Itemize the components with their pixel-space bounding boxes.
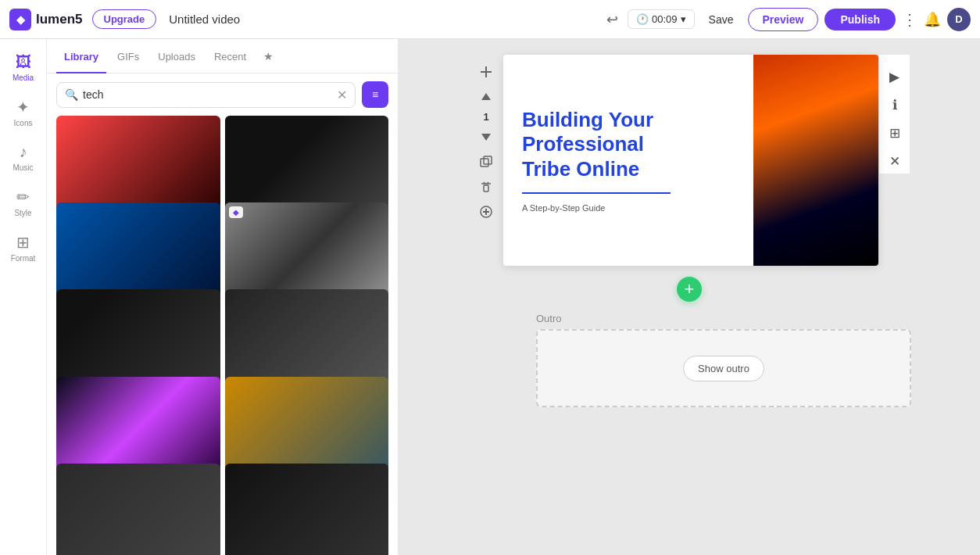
tab-recent[interactable]: Recent xyxy=(206,40,254,73)
duration-button[interactable]: 🕐 00:09 ▾ xyxy=(628,9,695,29)
save-button[interactable]: Save xyxy=(701,10,742,29)
logo: ◆ lumen5 xyxy=(9,9,83,30)
upgrade-button[interactable]: Upgrade xyxy=(92,9,157,29)
list-item[interactable] xyxy=(56,464,220,555)
avatar: D xyxy=(947,8,971,31)
logo-icon: ◆ xyxy=(9,9,31,30)
search-icon: 🔍 xyxy=(65,88,78,101)
close-tool-button[interactable]: ✕ xyxy=(882,149,907,174)
filter-button[interactable]: ≡ xyxy=(362,81,388,108)
filter-icon: ≡ xyxy=(372,88,378,101)
svg-marker-2 xyxy=(481,93,491,100)
svg-rect-11 xyxy=(483,211,489,213)
slide-background-image xyxy=(753,55,878,266)
preview-button[interactable]: Preview xyxy=(748,8,819,31)
move-slide-up-button[interactable] xyxy=(475,86,497,108)
icon-sidebar: 🖼 Media ✦ Icons ♪ Music ✏ Style ⊞ Format xyxy=(0,39,47,555)
svg-marker-3 xyxy=(481,134,491,141)
show-outro-button[interactable]: Show outro xyxy=(683,356,764,381)
sidebar-item-style[interactable]: ✏ Style xyxy=(0,180,46,225)
video-title: Untitled video xyxy=(169,13,594,26)
undo-button[interactable]: ↩ xyxy=(603,8,621,31)
style-icon: ✏ xyxy=(16,188,30,206)
media-panel: Library GIFs Uploads Recent ★ 🔍 ✕ ≡ ◆ xyxy=(47,39,399,555)
svg-rect-1 xyxy=(485,66,487,77)
notification-button[interactable]: 🔔 xyxy=(924,11,941,28)
sidebar-item-icons[interactable]: ✦ Icons xyxy=(0,90,46,135)
music-icon: ♪ xyxy=(20,143,27,161)
svg-rect-5 xyxy=(484,156,492,164)
svg-rect-6 xyxy=(484,185,488,192)
slide-number: 1 xyxy=(483,111,488,123)
outro-section: Outro Show outro xyxy=(502,313,877,407)
slide-subtitle: A Step-by-Step Guide xyxy=(522,203,735,213)
main-content: 🖼 Media ✦ Icons ♪ Music ✏ Style ⊞ Format… xyxy=(0,39,980,555)
outro-label: Outro xyxy=(536,313,562,324)
info-tool-button[interactable]: ℹ xyxy=(882,92,907,117)
title-underline xyxy=(522,192,671,194)
clear-search-button[interactable]: ✕ xyxy=(337,88,347,102)
icons-icon: ✦ xyxy=(16,98,30,116)
tab-uploads[interactable]: Uploads xyxy=(150,40,203,73)
layout-tool-button[interactable]: ⊞ xyxy=(882,120,907,145)
topbar-controls: ↩ 🕐 00:09 ▾ Save Preview Publish ⋮ 🔔 D xyxy=(603,8,971,31)
list-item[interactable] xyxy=(225,464,389,555)
slide-nav: 1 xyxy=(469,55,503,229)
add-slide-plus-button[interactable]: + xyxy=(677,277,702,302)
sidebar-item-media[interactable]: 🖼 Media xyxy=(0,45,46,90)
publish-button[interactable]: Publish xyxy=(824,9,896,30)
image-grid: ◆ xyxy=(47,116,398,555)
format-icon: ⊞ xyxy=(16,233,30,252)
tab-starred[interactable]: ★ xyxy=(257,39,280,73)
move-slide-down-button[interactable] xyxy=(475,126,497,148)
play-tool-button[interactable]: ▶ xyxy=(882,64,907,89)
add-element-button[interactable] xyxy=(475,201,497,223)
delete-slide-button[interactable] xyxy=(475,176,497,198)
panel-tabs: Library GIFs Uploads Recent ★ xyxy=(47,39,398,73)
canvas-area: 1 xyxy=(399,39,980,555)
tab-gifs[interactable]: GIFs xyxy=(109,40,147,73)
duplicate-slide-button[interactable] xyxy=(475,151,497,173)
slide-title: Building Your Professional Tribe Online xyxy=(522,108,735,181)
add-slide-button[interactable] xyxy=(475,61,497,83)
tab-library[interactable]: Library xyxy=(56,40,106,73)
tool-panel: ▶ ℹ ⊞ ✕ xyxy=(878,55,910,174)
premium-badge: ◆ xyxy=(229,206,243,218)
more-button[interactable]: ⋮ xyxy=(902,10,917,29)
search-bar-container: 🔍 ✕ xyxy=(56,82,356,108)
sidebar-item-music[interactable]: ♪ Music xyxy=(0,135,46,180)
media-icon: 🖼 xyxy=(16,53,31,71)
clock-icon: 🕐 xyxy=(636,13,649,25)
topbar: ◆ lumen5 Upgrade Untitled video ↩ 🕐 00:0… xyxy=(0,0,980,39)
slide-image-right xyxy=(753,55,878,266)
logo-text: lumen5 xyxy=(36,12,83,27)
search-area: 🔍 ✕ ≡ xyxy=(47,73,398,116)
search-input[interactable] xyxy=(83,88,332,101)
sidebar-item-format[interactable]: ⊞ Format xyxy=(0,225,46,270)
slide-content-left: Building Your Professional Tribe Online … xyxy=(503,55,753,266)
outro-card: Show outro xyxy=(536,329,911,407)
svg-rect-4 xyxy=(481,159,488,166)
slide-card[interactable]: Building Your Professional Tribe Online … xyxy=(503,55,878,266)
